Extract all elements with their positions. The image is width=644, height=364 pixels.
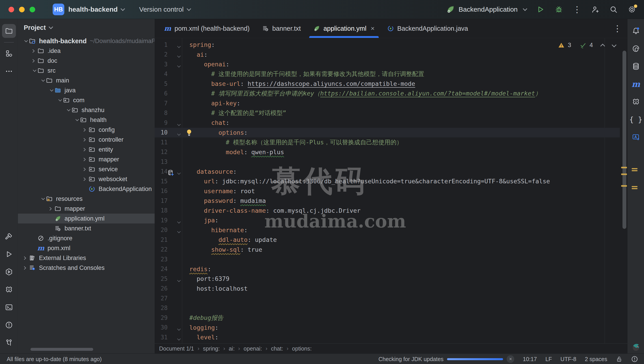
tree-item-entity[interactable]: entity — [18, 144, 154, 154]
code-line-27[interactable]: 27 — [154, 294, 620, 303]
chevron-right-icon[interactable] — [80, 168, 88, 170]
tree-item-java[interactable]: java — [18, 86, 154, 95]
chevron-down-icon[interactable] — [63, 110, 71, 111]
more-tool-windows-button[interactable] — [2, 64, 16, 78]
code-line-20[interactable]: 20 hibernate: — [154, 225, 620, 235]
build-tool-button[interactable] — [2, 230, 16, 244]
inspections-widget[interactable]: 3 4 — [558, 42, 616, 49]
chevron-down-icon[interactable] — [71, 120, 79, 120]
code-line-13[interactable]: 13 — [154, 157, 620, 167]
structure-tool-button[interactable] — [2, 46, 16, 60]
tree-item--idea[interactable]: .idea — [18, 46, 154, 56]
tree-item-scratches-and-consoles[interactable]: Scratches and Consoles — [18, 263, 154, 273]
plugin-mascot-icon[interactable] — [631, 342, 641, 352]
tab-options-button[interactable]: ⋮ — [613, 24, 622, 34]
problems-tool-button[interactable] — [2, 318, 16, 332]
minimize-window-button[interactable] — [19, 7, 25, 12]
chevron-right-icon[interactable] — [46, 208, 54, 210]
chevron-right-icon[interactable] — [80, 129, 88, 131]
fold-chevron-icon[interactable] — [177, 230, 181, 233]
intention-bulb-icon[interactable] — [185, 129, 193, 137]
chevron-right-icon[interactable] — [80, 158, 88, 161]
breadcrumb-item[interactable]: openai: — [244, 346, 262, 352]
tree-item-health[interactable]: health — [18, 115, 154, 125]
code-line-14[interactable]: 14 datasource: — [154, 167, 620, 176]
zoom-window-button[interactable] — [30, 7, 35, 12]
code-line-11[interactable]: 11 # 模型名称（这里用的是千问-Plus，可以替换成自己想使用的） — [154, 138, 620, 147]
tab-banner-txt[interactable]: banner.txt — [256, 19, 307, 38]
code-line-9[interactable]: 9 chat: — [154, 118, 620, 128]
close-tab-icon[interactable]: × — [370, 25, 375, 32]
code-line-7[interactable]: 7 api-key: — [154, 98, 620, 108]
chevron-right-icon[interactable] — [80, 138, 88, 141]
chevron-right-icon[interactable] — [80, 148, 88, 151]
code-line-8[interactable]: 8 # 这个配置的是“对话模型” — [154, 108, 620, 118]
code-line-19[interactable]: 19 jpa: — [154, 216, 620, 225]
project-tool-button[interactable] — [2, 24, 16, 38]
tree-item-controller[interactable]: controller — [18, 135, 154, 144]
services-tool-button[interactable] — [2, 265, 16, 279]
code-line-16[interactable]: 16 username: root — [154, 186, 620, 196]
code-line-10[interactable]: 10 options: — [154, 128, 620, 138]
breadcrumb-item[interactable]: Document 1/1 — [159, 346, 194, 352]
code-line-4[interactable]: 4 # 这里使用的是阿里的千问模型，如果有需要修改为其他模型，请自行调整配置 — [154, 69, 620, 79]
warning-stripe-mark[interactable] — [621, 167, 627, 168]
chevron-down-icon[interactable] — [29, 70, 37, 71]
version-control-tool-button[interactable] — [2, 336, 16, 350]
code-line-23[interactable]: 23 — [154, 254, 620, 264]
warning-stripe-mark[interactable] — [621, 174, 627, 175]
encoding-widget[interactable]: UTF-8 — [560, 356, 576, 362]
fold-chevron-icon[interactable] — [177, 44, 181, 48]
code-line-17[interactable]: 17 password: mudaima — [154, 196, 620, 206]
tree-item-external-libraries[interactable]: External Libraries — [18, 253, 154, 263]
chevron-down-icon[interactable] — [37, 198, 45, 200]
tree-item-shanzhu[interactable]: shanzhu — [18, 105, 154, 115]
run-tool-button[interactable] — [2, 247, 16, 261]
fold-chevron-icon[interactable] — [177, 171, 181, 175]
tree-item--gitignore[interactable]: .gitignore — [18, 233, 154, 243]
brackets-tool-button[interactable]: { } — [629, 112, 643, 126]
project-menu[interactable]: health-backend — [68, 6, 118, 13]
chevron-down-icon[interactable] — [37, 80, 45, 81]
fold-chevron-icon[interactable] — [177, 122, 181, 126]
chevron-right-icon[interactable] — [29, 60, 37, 62]
tree-item-mapper[interactable]: mapper — [18, 204, 154, 214]
code-line-22[interactable]: 22 show-sql: true — [154, 245, 620, 254]
chevron-down-icon[interactable] — [54, 100, 62, 101]
settings-button[interactable] — [628, 5, 636, 14]
fold-chevron-icon[interactable] — [177, 327, 181, 331]
fold-chevron-icon[interactable] — [177, 278, 181, 282]
code-line-31[interactable]: 31 level: — [154, 332, 620, 342]
tree-item-service[interactable]: service — [18, 164, 154, 174]
chevron-right-icon[interactable] — [20, 257, 28, 259]
chevron-down-icon[interactable] — [20, 40, 28, 42]
plugin-tool-button[interactable] — [629, 95, 643, 109]
previous-problem-button[interactable] — [600, 44, 605, 48]
close-window-button[interactable] — [8, 7, 14, 12]
search-everywhere-button[interactable] — [609, 5, 618, 14]
vcs-status-text[interactable]: All files are up-to-date (8 minutes ago) — [7, 356, 102, 362]
breadcrumb-item[interactable]: spring: — [203, 346, 220, 352]
add-user-button[interactable] — [591, 5, 600, 14]
code-line-21[interactable]: 21 ddl-auto: update — [154, 235, 620, 245]
database-tool-button[interactable] — [629, 60, 643, 73]
tree-item-com[interactable]: com — [18, 95, 154, 105]
code-line-26[interactable]: 26 host:localhost — [154, 284, 620, 294]
chevron-right-icon[interactable] — [29, 50, 37, 52]
plugin-tool-button[interactable] — [2, 283, 16, 296]
tree-item-main[interactable]: main — [18, 76, 154, 86]
chevron-down-icon[interactable] — [46, 90, 54, 91]
tree-item-config[interactable]: config — [18, 125, 154, 135]
tab-application-yml[interactable]: application.yml× — [307, 19, 381, 38]
line-separator-widget[interactable]: LF — [546, 356, 552, 362]
tree-item-websocket[interactable]: websocket — [18, 174, 154, 184]
project-horizontal-scrollbar[interactable] — [30, 348, 93, 351]
tree-item-resources[interactable]: resources — [18, 194, 154, 204]
code-line-5[interactable]: 5 base-url: https://dashscope.aliyuncs.c… — [154, 79, 620, 89]
fold-chevron-icon[interactable] — [177, 64, 181, 68]
fold-chevron-icon[interactable] — [177, 132, 181, 136]
chevron-right-icon[interactable] — [80, 178, 88, 180]
run-configuration-selector[interactable]: BackendApplication — [458, 6, 518, 13]
project-badge[interactable]: HB — [53, 4, 64, 15]
code-line-3[interactable]: 3 openai: — [154, 60, 620, 69]
